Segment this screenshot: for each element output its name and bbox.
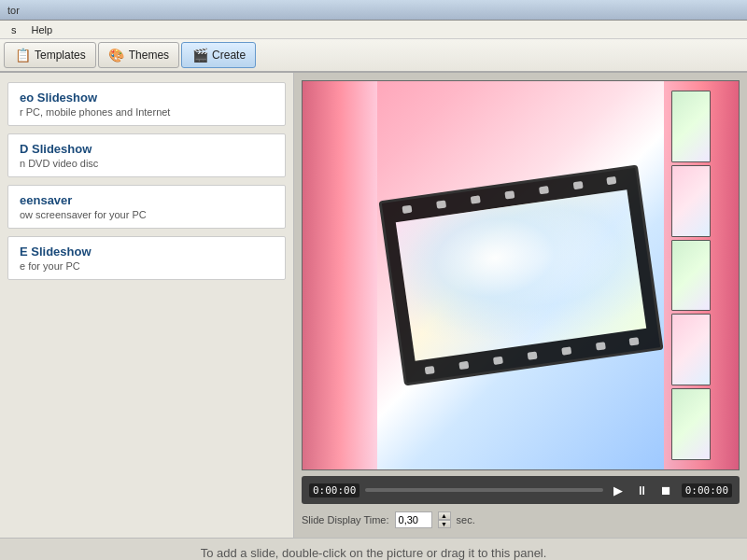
- hole: [572, 181, 583, 189]
- hole: [606, 176, 616, 185]
- add-slide-hint: To add a slide, double-click on the pict…: [201, 546, 547, 560]
- time-start: 0:00:00: [309, 483, 359, 497]
- templates-button[interactable]: 📋 Templates: [4, 42, 96, 68]
- flowers-left: [303, 81, 377, 469]
- slide-area: To add a slide, double-click on the pict…: [0, 538, 747, 560]
- thumb-item: [671, 240, 711, 312]
- video-slideshow-card[interactable]: eo Slideshow r PC, mobile phones and Int…: [7, 82, 286, 126]
- thumb-item: [671, 91, 711, 162]
- dvd-slideshow-card[interactable]: D Slideshow n DVD video disc: [7, 133, 286, 177]
- spin-up-button[interactable]: ▲: [438, 511, 451, 520]
- toolbar: 📋 Templates 🎨 Themes 🎬 Create: [0, 39, 747, 73]
- templates-icon: 📋: [14, 47, 31, 63]
- thumbnail-strip: [671, 91, 711, 460]
- titlebar: tor: [0, 0, 747, 21]
- create-button[interactable]: 🎬 Create: [181, 42, 256, 68]
- main-container: eo Slideshow r PC, mobile phones and Int…: [0, 73, 747, 538]
- preview-container: [302, 80, 740, 470]
- exe-slideshow-title: E Slideshow: [20, 245, 274, 259]
- filmstrip-frame: [378, 164, 663, 385]
- create-label: Create: [212, 49, 246, 62]
- dvd-slideshow-title: D Slideshow: [20, 142, 274, 156]
- menu-help[interactable]: Help: [24, 22, 61, 37]
- hole: [458, 361, 469, 370]
- hole: [538, 186, 548, 194]
- stop-button[interactable]: ⏹: [657, 481, 676, 499]
- hole: [436, 200, 446, 208]
- slide-time-row: Slide Display Time: ▲ ▼ sec.: [302, 510, 740, 530]
- controls-bar: 0:00:00 ▶ ⏸ ⏹ 0:00:00: [302, 476, 740, 504]
- slide-sec-label: sec.: [457, 514, 475, 525]
- time-end: 0:00:00: [682, 483, 732, 497]
- themes-label: Themes: [129, 49, 169, 62]
- titlebar-text: tor: [7, 5, 20, 16]
- create-icon: 🎬: [191, 47, 208, 63]
- video-slideshow-desc: r PC, mobile phones and Internet: [20, 106, 274, 118]
- thumb-item: [671, 388, 711, 460]
- themes-button[interactable]: 🎨 Themes: [98, 42, 179, 68]
- hole: [595, 342, 605, 350]
- slide-time-label: Slide Display Time:: [302, 514, 389, 525]
- exe-slideshow-card[interactable]: E Slideshow e for your PC: [7, 236, 286, 280]
- progress-bar[interactable]: [365, 488, 602, 492]
- templates-label: Templates: [35, 49, 86, 62]
- film-cloud-overlay: [395, 189, 645, 360]
- screensaver-title: eensaver: [20, 193, 274, 207]
- preview-image: [303, 81, 739, 469]
- hole: [629, 337, 640, 345]
- screensaver-card[interactable]: eensaver ow screensaver for your PC: [7, 185, 286, 229]
- hole: [425, 366, 435, 374]
- hole: [561, 346, 571, 355]
- spin-down-button[interactable]: ▼: [438, 520, 451, 528]
- thumb-item: [671, 314, 711, 385]
- video-slideshow-title: eo Slideshow: [20, 91, 274, 105]
- thumb-item: [671, 165, 711, 237]
- hole: [527, 352, 537, 360]
- play-button[interactable]: ▶: [609, 481, 627, 499]
- menu-s[interactable]: s: [4, 22, 24, 37]
- hole: [470, 195, 480, 203]
- pause-button[interactable]: ⏸: [633, 481, 652, 499]
- dvd-slideshow-desc: n DVD video disc: [20, 158, 274, 169]
- filmstrip-inner: [395, 189, 645, 360]
- screensaver-desc: ow screensaver for your PC: [20, 209, 274, 220]
- hole: [402, 205, 412, 214]
- slide-time-spinner: ▲ ▼: [438, 511, 451, 528]
- hole: [493, 357, 503, 365]
- exe-slideshow-desc: e for your PC: [20, 260, 274, 272]
- menubar: s Help: [0, 21, 747, 39]
- right-panel: 0:00:00 ▶ ⏸ ⏹ 0:00:00 Slide Display Time…: [294, 73, 747, 538]
- left-panel: eo Slideshow r PC, mobile phones and Int…: [0, 73, 294, 538]
- hole: [504, 190, 514, 199]
- themes-icon: 🎨: [108, 47, 125, 63]
- slide-time-input[interactable]: [395, 511, 432, 528]
